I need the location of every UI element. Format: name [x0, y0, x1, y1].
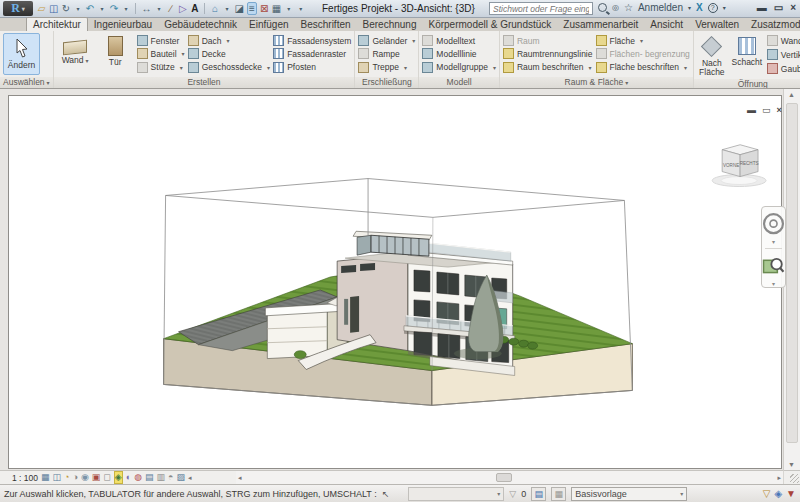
close-hidden-windows-icon[interactable]: ⊠ [260, 3, 269, 14]
chevron-down-icon[interactable]: ▾ [222, 5, 231, 12]
open-icon[interactable]: ▱ [37, 3, 46, 14]
thin-lines-icon[interactable]: ≡ [247, 2, 257, 15]
mullion-button[interactable]: Pfosten [273, 61, 351, 74]
zoom-tool-icon[interactable] [762, 252, 785, 279]
scroll-down-icon[interactable]: ▼ [788, 461, 795, 468]
view-minimize-icon[interactable]: ▬ [747, 105, 756, 115]
column-button[interactable]: Stütze [137, 61, 185, 74]
worksets-combo[interactable]: ▾ [408, 487, 504, 501]
window-button[interactable]: Fenster [137, 34, 185, 47]
curtain-system-button[interactable]: Fassadensystem [273, 34, 351, 47]
worksharing-display-icon[interactable]: ▤ [145, 472, 154, 483]
tab-koerpermodell-grundstueck[interactable]: Körpermodell & Grundstück [422, 18, 557, 31]
tab-architektur[interactable]: Architektur [26, 17, 88, 31]
shaft-opening-button[interactable]: Schacht [730, 33, 764, 77]
undo-icon[interactable]: ↶ [85, 3, 94, 14]
default-3d-view-icon[interactable]: ⌂ [210, 3, 219, 14]
area-button[interactable]: Fläche [596, 34, 690, 47]
roof-button[interactable]: Dach [188, 34, 271, 47]
tab-ansicht[interactable]: Ansicht [644, 18, 689, 31]
panel-label-auswaehlen[interactable]: Auswählen [0, 77, 53, 88]
dormer-opening-button[interactable]: Gaube [767, 62, 800, 75]
railing-button[interactable]: Geländer [358, 34, 415, 47]
sync-icon[interactable]: ↻ [61, 3, 70, 14]
close-button[interactable]: × [790, 2, 796, 13]
floor-button[interactable]: Geschossdecke [188, 61, 271, 74]
tab-berechnung[interactable]: Berechnung [357, 18, 423, 31]
switch-windows-icon[interactable]: ▦ [272, 3, 281, 14]
detail-level-icon[interactable]: ▦ [41, 472, 50, 483]
steering-wheel-icon[interactable] [762, 210, 785, 237]
rendering-dialog-icon[interactable]: ◉ [81, 472, 89, 483]
vcb-collapse-icon[interactable]: ◂ [188, 472, 192, 483]
scroll-right-icon[interactable]: ▸ [777, 474, 781, 482]
chevron-down-icon[interactable]: ▾ [688, 4, 691, 11]
displacement-sets-icon[interactable]: ▨ [176, 472, 185, 483]
measure-icon[interactable]: ↔ [141, 3, 151, 14]
text-icon[interactable]: A [190, 3, 199, 14]
press-drag-toggle[interactable]: ▦ [551, 487, 566, 501]
analytical-model-icon[interactable]: ◓ [168, 472, 173, 483]
wall-opening-button[interactable]: Wand [767, 34, 800, 47]
lock-view-icon[interactable]: ◈ [114, 471, 123, 484]
scale-control[interactable]: 1 : 100 [12, 473, 38, 483]
tab-verwalten[interactable]: Verwalten [689, 18, 745, 31]
tab-einfuegen[interactable]: Einfügen [243, 18, 294, 31]
viewcube[interactable]: VORNE RECHTS [712, 145, 766, 187]
favorites-star-icon[interactable]: ☆ [624, 2, 633, 13]
view-close-icon[interactable]: × [777, 105, 782, 115]
opening-by-face-button[interactable]: Nach Fläche [697, 33, 727, 77]
aligned-dimension-icon[interactable]: ∕ [166, 3, 175, 14]
chevron-down-icon[interactable]: ▾ [97, 5, 106, 12]
temporary-hide-isolate-icon[interactable]: ◐ [126, 472, 131, 483]
panel-label-raum-flaeche[interactable]: Raum & Fläche [500, 77, 693, 88]
vertical-scroll-thumb[interactable] [786, 103, 798, 443]
editable-only-toggle[interactable]: ▤ [531, 487, 546, 501]
design-options-combo[interactable]: Basisvorlage ▾ [571, 487, 687, 501]
tag-room-button[interactable]: Raum beschriften [503, 61, 593, 74]
exchange-apps-icon[interactable]: X [696, 2, 703, 13]
tag-area-button[interactable]: Fläche beschriften [596, 61, 690, 74]
select-links-filter-icon[interactable]: ◈ [774, 488, 782, 499]
tab-zusammenarbeit[interactable]: Zusammenarbeit [557, 18, 644, 31]
temporary-view-properties-icon[interactable]: ▥ [157, 472, 166, 483]
tab-gebaeudetechnik[interactable]: Gebäudetechnik [158, 18, 243, 31]
model-text-button[interactable]: Modelltext [422, 34, 496, 47]
tab-zusatzmodule[interactable]: Zusatzmodule [745, 18, 800, 31]
scroll-left-icon[interactable]: ◂ [238, 474, 242, 482]
vertical-opening-button[interactable]: Vertikal [767, 48, 800, 61]
view-restore-icon[interactable]: ▭ [762, 105, 771, 115]
component-button[interactable]: Bauteil [137, 47, 185, 60]
visual-style-icon[interactable]: ◫ [53, 472, 62, 483]
tag-icon[interactable]: ▷ [178, 3, 187, 14]
chevron-down-icon[interactable]: ▾ [723, 4, 726, 11]
room-separator-button[interactable]: Raumtrennungslinie [503, 47, 593, 60]
wall-button[interactable]: Wand [57, 33, 94, 75]
show-crop-region-icon[interactable]: ◻ [103, 472, 110, 483]
horizontal-scrollbar[interactable]: ◂ ▸ [236, 470, 783, 484]
minimize-button[interactable]: ▬ [757, 2, 767, 13]
maximize-button[interactable]: ▭ [774, 2, 783, 13]
model-viewport[interactable]: VORNE RECHTS ▬ ▭ × ▾ ▾ [8, 95, 782, 469]
crop-view-icon[interactable]: ▣ [92, 472, 101, 483]
app-menu-button[interactable]: R▾ [3, 1, 33, 16]
help-icon[interactable]: ? [708, 3, 718, 13]
redo-icon[interactable]: ↷ [109, 3, 118, 14]
tab-ingenieurbau[interactable]: Ingenieurbau [88, 18, 158, 31]
reveal-hidden-elements-icon[interactable]: ◍ [134, 472, 142, 483]
model-group-button[interactable]: Modellgruppe [422, 61, 496, 74]
search-input[interactable] [489, 2, 593, 15]
chevron-down-icon[interactable]: ▾ [154, 5, 163, 12]
resize-corner[interactable] [783, 470, 800, 484]
section-icon[interactable]: ◪ [234, 3, 243, 14]
model-line-button[interactable]: Modelllinie [422, 47, 496, 60]
shadows-icon[interactable]: ◑ [72, 472, 77, 483]
chevron-down-icon[interactable]: ▾ [73, 5, 82, 12]
door-button[interactable]: Tür [97, 33, 134, 75]
chevron-down-icon[interactable]: ▾ [772, 280, 775, 287]
modify-button[interactable]: Ändern [3, 33, 40, 75]
tab-beschriften[interactable]: Beschriften [295, 18, 357, 31]
save-icon[interactable]: ◫ [49, 3, 58, 14]
ceiling-button[interactable]: Decke [188, 47, 271, 60]
filter-icon[interactable]: ▽ [509, 489, 516, 499]
